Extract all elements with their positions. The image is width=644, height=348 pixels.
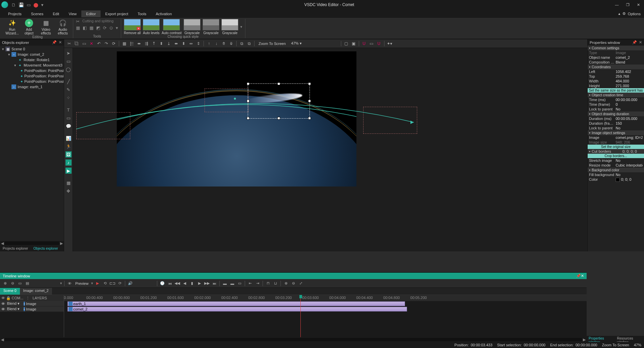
zoom-fit-tl-icon[interactable]: ⤢: [298, 280, 304, 287]
goto-start-icon[interactable]: ⇤: [247, 280, 253, 287]
tool-icon-4[interactable]: ◩: [96, 25, 100, 30]
copy-icon[interactable]: ⿻: [74, 41, 80, 47]
prev-frame-icon[interactable]: ◀: [182, 280, 188, 287]
delete-icon[interactable]: ✕: [88, 41, 95, 47]
bring-front-icon[interactable]: ⤊: [221, 41, 227, 47]
menu-tools[interactable]: Tools: [133, 10, 151, 17]
qat-open-icon[interactable]: ▭: [27, 2, 31, 7]
tool-icon-3[interactable]: ▦: [89, 25, 93, 30]
status-zoom-mode[interactable]: Zoom To Screen: [602, 343, 629, 347]
props-close-icon[interactable]: ✕: [639, 40, 642, 45]
zoom-out-tl-icon[interactable]: ⊖: [290, 280, 296, 287]
pen-tool-icon[interactable]: ✎: [65, 86, 72, 93]
goto-end-icon[interactable]: ⇥: [254, 280, 261, 287]
timeline-hscroll[interactable]: ◀▶: [0, 337, 587, 342]
composition-mode-field[interactable]: Blend: [616, 60, 643, 64]
timeline-ruler[interactable]: 00.000 00:00.400 00:00.800 00:01.200 00:…: [64, 295, 587, 301]
playhead[interactable]: [300, 295, 301, 337]
gear-icon[interactable]: ⚙: [622, 11, 626, 16]
left-field[interactable]: 1058.402: [616, 70, 643, 74]
mark-out-icon[interactable]: ▬: [229, 280, 235, 287]
track-row-1[interactable]: 👁 Blend ▾ ▫ Image: [0, 301, 64, 306]
move-tool-icon[interactable]: ✥: [65, 188, 72, 194]
tl-tab-image[interactable]: Image: comet_2: [20, 288, 52, 295]
quick-style-dropdown-icon[interactable]: ▾: [240, 25, 242, 29]
section-bg[interactable]: Background color: [588, 168, 644, 172]
prev-kf-icon[interactable]: ◀◀: [174, 280, 180, 287]
bubble-tool-icon[interactable]: 💬: [65, 123, 72, 129]
qat-new-icon[interactable]: 🗋: [11, 2, 16, 7]
panel-close-icon[interactable]: ✕: [59, 40, 62, 45]
text-tool-icon[interactable]: T: [65, 107, 72, 113]
image-path-field[interactable]: comet.png; ID=2: [616, 135, 643, 140]
group-icon[interactable]: ⧉: [239, 41, 245, 47]
fit-height-icon[interactable]: ⇕: [195, 41, 202, 47]
clear-marks-icon[interactable]: ▭: [237, 280, 243, 287]
add-object-button[interactable]: + Add object: [22, 19, 36, 35]
chevron-up-icon[interactable]: ▴: [618, 11, 620, 16]
section-img-settings[interactable]: Image object settings: [588, 130, 644, 135]
tl-edit-icon[interactable]: ▭: [17, 280, 23, 287]
original-size-button[interactable]: Set the original size: [588, 145, 644, 149]
shapes-tool-icon[interactable]: ◯: [65, 66, 72, 72]
time-frame-field[interactable]: 0: [616, 102, 643, 106]
timeline-tracks-area[interactable]: 00.000 00:00.400 00:00.800 00:01.200 00:…: [64, 295, 587, 337]
menu-edit[interactable]: Edit: [48, 10, 64, 17]
track-eye-icon-2[interactable]: 👁: [1, 307, 5, 311]
rect-tool-icon[interactable]: ▭: [65, 58, 72, 64]
tool-icon-6[interactable]: ⊙: [109, 25, 113, 30]
spray-tool-icon[interactable]: ⁘: [65, 95, 72, 101]
selection-box[interactable]: [248, 83, 310, 119]
track-eye-icon[interactable]: 👁: [1, 302, 5, 306]
align-bottom-icon[interactable]: ⤓: [166, 41, 172, 47]
qat-save-icon[interactable]: 💾: [19, 2, 24, 7]
tool-icon-1[interactable]: ▦: [76, 25, 80, 30]
auto-levels-button[interactable]: Auto levels: [143, 19, 160, 35]
u-icon-1[interactable]: U: [361, 41, 367, 47]
volume-icon[interactable]: 🔊: [127, 280, 133, 287]
video-effects-button[interactable]: ▦ Video effects: [38, 19, 53, 35]
lock-col-icon[interactable]: 🔒: [6, 296, 11, 300]
menu-activation[interactable]: Activation: [151, 10, 177, 17]
tab-properties-window[interactable]: Properties window: [587, 336, 615, 342]
track-blend-dropdown[interactable]: Blend ▾: [7, 301, 20, 306]
stretch-field[interactable]: No: [616, 158, 643, 163]
counter-tool-icon[interactable]: ▦: [65, 180, 72, 186]
play-icon[interactable]: ▶: [95, 280, 101, 287]
tree-movement[interactable]: ▾✦Movement: Movement3: [0, 63, 64, 68]
zoom-in-tl-icon[interactable]: ⊕: [283, 280, 289, 287]
next-kf-icon[interactable]: ▶▶: [204, 280, 210, 287]
grayscale-1-button[interactable]: Grayscale: [184, 19, 200, 35]
keyframe-box-end[interactable]: [363, 107, 417, 134]
select-tool-icon[interactable]: ➤: [65, 50, 72, 56]
distribute-v-icon[interactable]: ⬍: [181, 41, 187, 47]
section-drawing[interactable]: Object drawing duration: [588, 111, 644, 116]
keyframe-box-start[interactable]: [76, 112, 130, 139]
fit-width-icon[interactable]: ⇔: [188, 41, 194, 47]
tl-close-icon[interactable]: ✕: [581, 274, 584, 278]
frame-icon[interactable]: ▭: [369, 41, 375, 47]
snap-icon-2[interactable]: ⊔: [272, 280, 278, 287]
tl-tab-scene[interactable]: Scene 0: [0, 288, 20, 295]
canvas-area[interactable]: [73, 48, 587, 251]
auto-contrast-button[interactable]: Auto contrast: [162, 19, 182, 35]
lock-parent-2-field[interactable]: No: [616, 126, 643, 130]
animation-tool-icon[interactable]: 🏃: [65, 143, 72, 149]
section-creation[interactable]: Object creation time: [588, 93, 644, 97]
grayscale-3-button[interactable]: Grayscale: [221, 19, 238, 35]
tab-resources-window[interactable]: Resources window: [615, 336, 644, 342]
zoom-percent-dropdown[interactable]: 47% ▾: [291, 41, 302, 46]
clock-icon[interactable]: 🕐: [159, 280, 165, 287]
arrow-down-icon[interactable]: ↓: [213, 41, 219, 47]
grayscale-2-button[interactable]: Grayscale: [203, 19, 219, 35]
snap-icon-1[interactable]: ⊓: [265, 280, 271, 287]
cut-icon[interactable]: ✂: [66, 41, 72, 47]
same-size-button[interactable]: Set the same size as the parent has: [588, 88, 644, 93]
loop-icon[interactable]: ⟲: [102, 280, 108, 287]
section-common[interactable]: Common settings: [588, 46, 644, 50]
bg-color-field[interactable]: 0; 0; 0: [616, 177, 643, 182]
tl-dropdown-icon[interactable]: ▾: [60, 281, 62, 285]
stop-icon[interactable]: ▮: [189, 280, 195, 287]
audio-effects-button[interactable]: 🎧 Audio effects: [55, 19, 70, 35]
align-right-icon[interactable]: ⇶: [143, 41, 150, 47]
